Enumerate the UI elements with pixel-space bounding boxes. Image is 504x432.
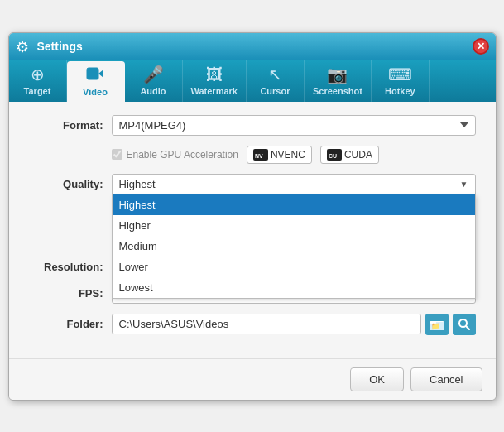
cuda-button[interactable]: CU CUDA	[320, 146, 379, 164]
tab-hotkey-label: Hotkey	[385, 86, 415, 96]
hotkey-icon: ⌨	[388, 65, 412, 84]
close-button[interactable]: ✕	[473, 38, 489, 55]
cuda-icon: CU	[327, 149, 342, 161]
fps-label: FPS:	[29, 287, 103, 300]
svg-text:NV: NV	[255, 153, 263, 159]
tab-cursor[interactable]: ↖ Cursor	[247, 60, 305, 102]
tab-video-label: Video	[83, 87, 108, 97]
target-icon: ⊕	[31, 65, 45, 84]
tab-watermark[interactable]: 🖼 Watermark	[183, 60, 247, 102]
quality-dropdown-trigger[interactable]: Highest ▼	[112, 174, 476, 194]
tab-screenshot-label: Screenshot	[313, 86, 362, 96]
watermark-icon: 🖼	[206, 65, 223, 84]
gpu-row: Enable GPU Acceleration NV NVENC CU CUDA	[112, 146, 476, 164]
window-title: Settings	[37, 40, 83, 53]
nvenc-icon: NV	[253, 149, 268, 161]
quality-control: Highest ▼ Highest Higher Medium Lower Lo…	[112, 174, 476, 194]
audio-icon: 🎤	[143, 65, 164, 84]
folder-search-button[interactable]	[453, 314, 476, 335]
tab-target[interactable]: ⊕ Target	[9, 60, 67, 102]
cuda-label: CUDA	[344, 149, 372, 161]
tab-target-label: Target	[24, 86, 51, 96]
nvenc-button[interactable]: NV NVENC	[247, 146, 312, 164]
format-label: Format:	[29, 119, 103, 132]
ok-button[interactable]: OK	[350, 367, 404, 391]
video-icon	[86, 66, 104, 85]
tab-cursor-label: Cursor	[260, 86, 290, 96]
quality-option-medium[interactable]: Medium	[113, 236, 475, 257]
title-bar-left: ⚙ Settings	[16, 38, 83, 55]
quality-label: Quality:	[29, 174, 103, 190]
tab-watermark-label: Watermark	[191, 86, 238, 96]
svg-rect-0	[87, 68, 98, 79]
gpu-checkbox[interactable]	[112, 149, 122, 160]
tab-hotkey[interactable]: ⌨ Hotkey	[372, 60, 430, 102]
title-bar: ⚙ Settings ✕	[9, 33, 496, 60]
svg-text:CU: CU	[329, 153, 337, 159]
content-area: Format: MP4(MPEG4) AVI MOV Enable GPU Ac…	[9, 102, 496, 358]
cursor-icon: ↖	[268, 65, 282, 84]
quality-arrow-icon: ▼	[460, 180, 468, 189]
tab-video[interactable]: Video	[67, 61, 125, 102]
folder-input[interactable]	[112, 314, 421, 334]
gpu-label-text: Enable GPU Acceleration	[127, 149, 238, 161]
cancel-button[interactable]: Cancel	[410, 367, 482, 391]
screenshot-icon: 📷	[327, 65, 348, 84]
svg-line-8	[466, 326, 469, 329]
quality-dropdown-list: Highest Higher Medium Lower Lowest	[112, 194, 476, 299]
gear-icon: ⚙	[16, 38, 32, 55]
folder-control: 📁	[112, 314, 476, 335]
quality-option-lowest[interactable]: Lowest	[113, 277, 475, 298]
folder-label: Folder:	[29, 318, 103, 330]
settings-window: ⚙ Settings ✕ ⊕ Target Video 🎤 Audio 🖼 Wa…	[8, 32, 497, 401]
tab-bar: ⊕ Target Video 🎤 Audio 🖼 Watermark ↖ Cur…	[9, 60, 496, 102]
tab-screenshot[interactable]: 📷 Screenshot	[305, 60, 372, 102]
tab-audio-label: Audio	[140, 86, 166, 96]
gpu-checkbox-label[interactable]: Enable GPU Acceleration	[112, 149, 238, 161]
quality-option-highest[interactable]: Highest	[113, 194, 475, 215]
format-row: Format: MP4(MPEG4) AVI MOV	[29, 115, 476, 136]
nvenc-label: NVENC	[271, 149, 305, 161]
bottom-bar: OK Cancel	[9, 358, 496, 400]
svg-text:📁: 📁	[431, 321, 441, 331]
quality-option-lower[interactable]: Lower	[113, 257, 475, 277]
tab-audio[interactable]: 🎤 Audio	[125, 60, 183, 102]
svg-marker-1	[98, 70, 103, 78]
format-control: MP4(MPEG4) AVI MOV	[112, 115, 476, 136]
quality-row: Quality: Highest ▼ Highest Higher Medium…	[29, 174, 476, 194]
resolution-label: Resolution:	[29, 261, 103, 273]
quality-option-higher[interactable]: Higher	[113, 215, 475, 236]
folder-row: Folder: 📁	[29, 314, 476, 335]
format-select[interactable]: MP4(MPEG4) AVI MOV	[112, 115, 476, 136]
quality-selected-value: Highest	[119, 178, 156, 190]
folder-browse-button[interactable]: 📁	[425, 314, 449, 335]
